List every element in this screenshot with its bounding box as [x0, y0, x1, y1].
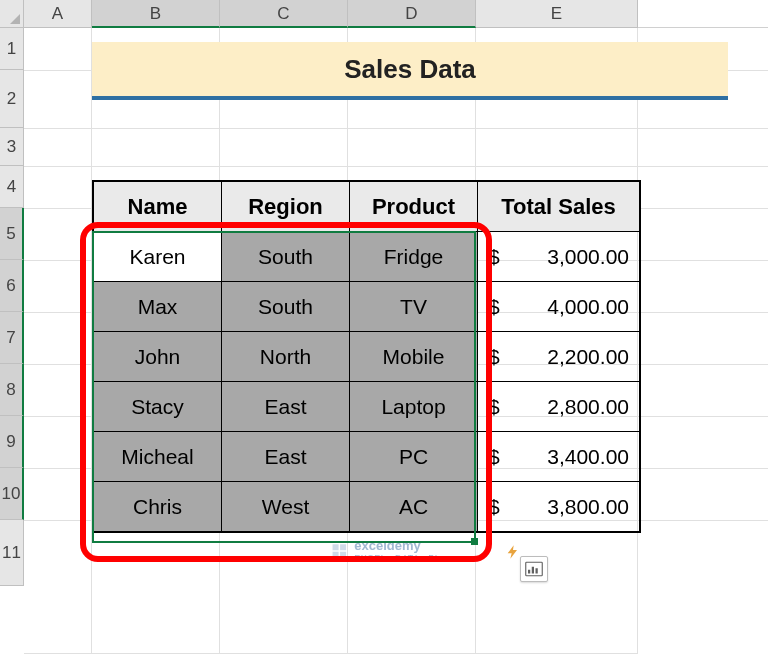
cell-total[interactable]: $2,800.00 — [478, 382, 640, 432]
row-header-2[interactable]: 2 — [0, 70, 24, 128]
data-table: Name Region Product Total Sales Karen So… — [92, 180, 641, 533]
row-header-1[interactable]: 1 — [0, 28, 24, 70]
table-row: Max South TV $4,000.00 — [94, 282, 640, 332]
row-header-8[interactable]: 8 — [0, 364, 24, 416]
col-header-c[interactable]: C — [220, 0, 348, 28]
lightning-icon — [505, 544, 521, 560]
row-header-col: 1 2 3 4 5 6 7 8 9 10 11 — [0, 28, 24, 586]
col-header-a[interactable]: A — [24, 0, 92, 28]
row-header-4[interactable]: 4 — [0, 166, 24, 208]
cell-product[interactable]: AC — [350, 482, 478, 532]
cell-name[interactable]: Max — [94, 282, 222, 332]
row-header-9[interactable]: 9 — [0, 416, 24, 468]
table-row: Stacy East Laptop $2,800.00 — [94, 382, 640, 432]
quick-analysis-button[interactable] — [520, 556, 548, 582]
cell-region[interactable]: East — [222, 382, 350, 432]
table-row: Karen South Fridge $3,000.00 — [94, 232, 640, 282]
header-product[interactable]: Product — [350, 182, 478, 232]
header-name[interactable]: Name — [94, 182, 222, 232]
cell-region[interactable]: South — [222, 232, 350, 282]
col-header-b[interactable]: B — [92, 0, 220, 28]
table-header-row: Name Region Product Total Sales — [94, 182, 640, 232]
header-region[interactable]: Region — [222, 182, 350, 232]
cell-total[interactable]: $4,000.00 — [478, 282, 640, 332]
row-header-3[interactable]: 3 — [0, 128, 24, 166]
column-header-row: A B C D E — [0, 0, 768, 28]
table-row: Micheal East PC $3,400.00 — [94, 432, 640, 482]
quick-analysis-icon — [525, 561, 543, 577]
svg-rect-1 — [528, 570, 530, 574]
cell-name[interactable]: Karen — [94, 232, 222, 282]
table-row: Chris West AC $3,800.00 — [94, 482, 640, 532]
cell-total[interactable]: $3,400.00 — [478, 432, 640, 482]
sheet-title[interactable]: Sales Data — [92, 42, 728, 100]
cell-region[interactable]: North — [222, 332, 350, 382]
cell-total[interactable]: $2,200.00 — [478, 332, 640, 382]
worksheet: A B C D E 1 2 3 4 5 6 7 8 9 10 11 — [0, 0, 768, 655]
cell-region[interactable]: South — [222, 282, 350, 332]
row-header-6[interactable]: 6 — [0, 260, 24, 312]
col-header-e[interactable]: E — [476, 0, 638, 28]
cell-total[interactable]: $3,000.00 — [478, 232, 640, 282]
col-header-d[interactable]: D — [348, 0, 476, 28]
cell-product[interactable]: Mobile — [350, 332, 478, 382]
row-header-5[interactable]: 5 — [0, 208, 24, 260]
cell-region[interactable]: West — [222, 482, 350, 532]
cell-name[interactable]: Stacy — [94, 382, 222, 432]
cell-product[interactable]: Laptop — [350, 382, 478, 432]
svg-rect-2 — [532, 567, 534, 574]
cell-product[interactable]: TV — [350, 282, 478, 332]
header-total[interactable]: Total Sales — [478, 182, 640, 232]
cell-name[interactable]: John — [94, 332, 222, 382]
row-header-7[interactable]: 7 — [0, 312, 24, 364]
cell-name[interactable]: Micheal — [94, 432, 222, 482]
cell-total[interactable]: $3,800.00 — [478, 482, 640, 532]
cell-product[interactable]: PC — [350, 432, 478, 482]
cell-region[interactable]: East — [222, 432, 350, 482]
cell-name[interactable]: Chris — [94, 482, 222, 532]
row-header-11[interactable]: 11 — [0, 520, 24, 586]
cell-product[interactable]: Fridge — [350, 232, 478, 282]
table-row: John North Mobile $2,200.00 — [94, 332, 640, 382]
svg-rect-3 — [536, 568, 538, 573]
row-header-10[interactable]: 10 — [0, 468, 24, 520]
select-all-corner[interactable] — [0, 0, 24, 28]
